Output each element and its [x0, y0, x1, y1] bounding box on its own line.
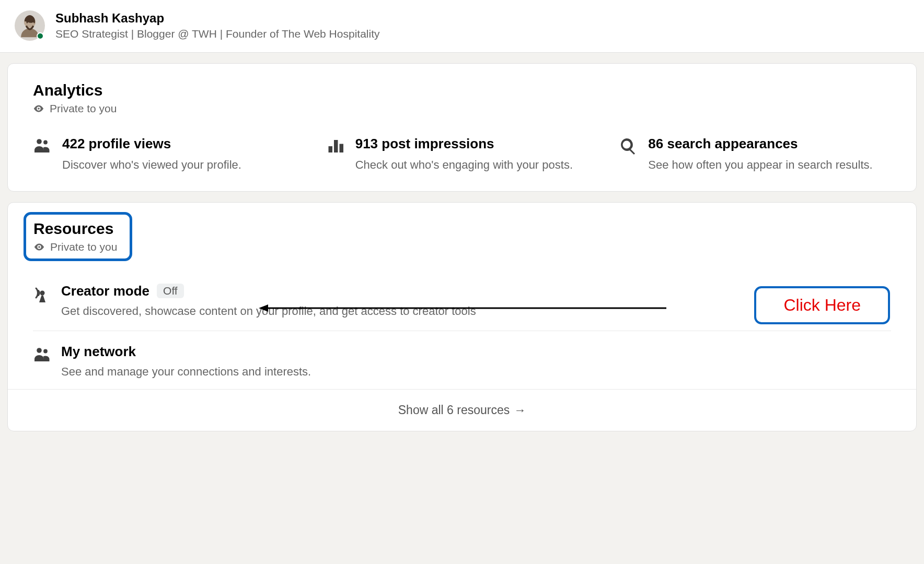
creator-mode-badge: Off [157, 284, 184, 298]
annotation-arrow [259, 303, 666, 313]
analytics-title: Analytics [33, 81, 891, 99]
resource-desc: See and manage your connections and inte… [61, 365, 311, 379]
analytics-private-label: Private to you [50, 102, 117, 115]
svg-point-2 [43, 140, 48, 145]
stat-title: 86 search appearances [648, 136, 872, 152]
show-all-resources[interactable]: Show all 6 resources → [8, 389, 916, 431]
stat-title: 913 post impressions [355, 136, 573, 152]
resource-my-network[interactable]: My network See and manage your connectio… [33, 331, 891, 384]
avatar[interactable] [15, 10, 45, 41]
resources-private-label: Private to you [50, 241, 117, 253]
profile-header: Subhash Kashyap SEO Strategist | Blogger… [0, 0, 924, 53]
svg-rect-3 [328, 146, 332, 152]
resources-card: Resources Private to you Click Here Crea… [7, 202, 917, 431]
analytics-card: Analytics Private to you 422 profile vie… [7, 63, 917, 192]
stat-desc: Discover who's viewed your profile. [62, 157, 241, 173]
svg-rect-5 [339, 144, 343, 153]
svg-marker-7 [259, 304, 268, 312]
stat-search-appearances[interactable]: 86 search appearances See how often you … [619, 136, 891, 173]
resource-title-label: My network [61, 344, 136, 360]
eye-icon [33, 241, 45, 253]
svg-rect-4 [334, 140, 338, 152]
profile-name[interactable]: Subhash Kashyap [55, 11, 379, 26]
stat-desc: See how often you appear in search resul… [648, 157, 872, 173]
resource-title-label: Creator mode [61, 283, 149, 299]
resources-title: Resources [33, 220, 117, 238]
resources-private-row: Private to you [33, 241, 117, 253]
stat-profile-views[interactable]: 422 profile views Discover who's viewed … [33, 136, 305, 173]
broadcast-icon [33, 285, 52, 304]
svg-point-8 [40, 290, 45, 295]
svg-point-9 [37, 348, 42, 353]
resources-highlight-box: Resources Private to you [24, 212, 132, 261]
stat-post-impressions[interactable]: 913 post impressions Check out who's eng… [326, 136, 598, 173]
profile-headline: SEO Strategist | Blogger @ TWH | Founder… [55, 28, 379, 40]
search-icon [619, 137, 638, 156]
people-icon [33, 137, 52, 156]
arrow-right-icon: → [514, 403, 526, 417]
bar-chart-icon [326, 137, 345, 156]
analytics-private-row: Private to you [33, 102, 891, 115]
presence-indicator [37, 32, 44, 40]
svg-point-1 [37, 139, 42, 144]
click-here-callout: Click Here [754, 286, 890, 324]
people-icon [33, 346, 52, 365]
stat-title: 422 profile views [62, 136, 241, 152]
stat-desc: Check out who's engaging with your posts… [355, 157, 573, 173]
svg-point-10 [43, 349, 48, 353]
click-here-label: Click Here [783, 296, 861, 314]
eye-icon [33, 103, 44, 114]
show-all-label: Show all 6 resources [398, 403, 510, 417]
